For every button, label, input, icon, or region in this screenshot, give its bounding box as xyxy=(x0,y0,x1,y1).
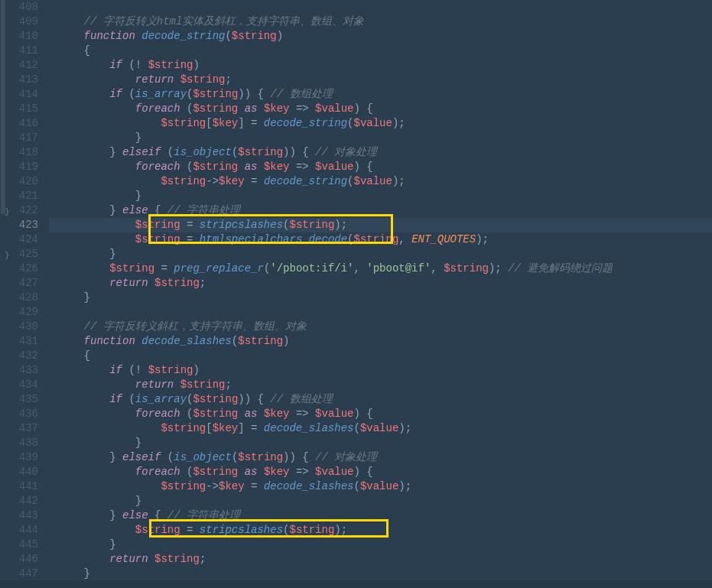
code-line[interactable]: { xyxy=(58,44,712,58)
code-line[interactable]: if (! $string) xyxy=(58,58,712,73)
code-line[interactable]: if (! $string) xyxy=(58,363,712,378)
code-line[interactable]: } xyxy=(58,436,712,450)
line-number[interactable]: 417 xyxy=(6,131,38,145)
code-line[interactable]: $string[$key] = decode_string($value); xyxy=(58,116,712,131)
code-line[interactable]: } elseif (is_object($string)) { // 对象处理 xyxy=(58,450,712,465)
line-number[interactable]: 415 xyxy=(6,102,38,116)
code-line[interactable]: $string[$key] = decode_slashes($value); xyxy=(58,421,712,436)
line-number[interactable]: 432 xyxy=(6,349,38,363)
line-number[interactable]: 437 xyxy=(6,421,38,436)
line-number[interactable]: 444 xyxy=(6,523,38,538)
code-line[interactable]: } elseif (is_object($string)) { // 对象处理 xyxy=(58,145,712,160)
line-number[interactable]: 435 xyxy=(6,392,38,407)
code-line[interactable]: foreach ($string as $key => $value) { xyxy=(58,102,712,116)
line-number[interactable]: 428 xyxy=(6,291,38,305)
code-token: $value xyxy=(315,408,353,420)
code-token: $string xyxy=(161,117,206,129)
code-line[interactable]: foreach ($string as $key => $value) { xyxy=(58,407,712,421)
code-line[interactable]: function decode_string($string) xyxy=(58,29,712,44)
code-line[interactable]: if (is_array($string)) { // 数组处理 xyxy=(58,87,712,102)
code-token: $key xyxy=(219,175,245,187)
code-token: // 字符反转义斜杠，支持字符串、数组、对象 xyxy=(84,320,307,333)
line-number[interactable]: 436 xyxy=(6,407,38,421)
code-token: (! xyxy=(122,364,148,376)
line-number[interactable]: 433 xyxy=(6,363,38,378)
code-line[interactable]: $string->$key = decode_slashes($value); xyxy=(58,479,712,494)
line-number[interactable]: 427 xyxy=(6,276,38,291)
line-number-gutter[interactable]: 4084094104114124134144154164174184194204… xyxy=(6,0,49,588)
line-number[interactable]: 418 xyxy=(6,145,38,160)
code-token: } xyxy=(58,248,116,260)
line-number[interactable]: 441 xyxy=(6,479,38,494)
code-token: ); xyxy=(398,480,411,492)
code-line[interactable]: return $string; xyxy=(58,378,712,392)
code-token: ; xyxy=(200,553,206,565)
code-token xyxy=(58,102,135,115)
code-token: } xyxy=(58,132,141,144)
line-number[interactable]: 447 xyxy=(6,567,38,581)
code-editor[interactable]: 4084094104114124134144154164174184194204… xyxy=(0,0,712,588)
code-line[interactable]: } else { // 字符串处理 xyxy=(58,203,712,218)
code-line[interactable]: $string = stripcslashes($string); xyxy=(49,218,712,232)
code-line[interactable]: } xyxy=(58,291,712,305)
code-line[interactable]: } xyxy=(58,567,712,581)
code-area[interactable]: // 字符反转义html实体及斜杠，支持字符串、数组、对象 function d… xyxy=(49,0,712,588)
code-line[interactable]: } xyxy=(58,189,712,203)
code-line[interactable]: } xyxy=(58,494,712,508)
code-line[interactable]: return $string; xyxy=(58,552,712,567)
code-line[interactable]: foreach ($string as $key => $value) { xyxy=(58,465,712,479)
code-token: // 字符反转义html实体及斜杠，支持字符串、数组、对象 xyxy=(84,15,365,28)
line-number[interactable]: 431 xyxy=(6,334,38,349)
line-number[interactable]: 443 xyxy=(6,508,38,523)
code-line[interactable]: if (is_array($string)) { // 数组处理 xyxy=(58,392,712,407)
line-number[interactable]: 445 xyxy=(6,538,38,552)
line-number[interactable]: 422} xyxy=(6,203,38,218)
code-line[interactable]: foreach ($string as $key => $value) { xyxy=(58,160,712,174)
code-line[interactable]: return $string; xyxy=(58,73,712,87)
line-number[interactable]: 434 xyxy=(6,378,38,392)
line-number[interactable]: 419 xyxy=(6,160,38,174)
code-line[interactable]: { xyxy=(58,349,712,363)
line-number[interactable]: 430 xyxy=(6,320,38,334)
line-number[interactable]: 440 xyxy=(6,465,38,479)
code-line[interactable] xyxy=(58,305,712,320)
code-token: $key xyxy=(213,422,239,434)
line-number[interactable]: 439 xyxy=(6,450,38,465)
code-line[interactable]: return $string; xyxy=(58,276,712,291)
code-line[interactable]: $string = preg_replace_r('/pboot:if/i', … xyxy=(58,262,712,276)
line-number[interactable]: 438 xyxy=(6,436,38,450)
line-number[interactable]: 425} xyxy=(6,247,38,262)
code-line[interactable]: // 字符反转义斜杠，支持字符串、数组、对象 xyxy=(58,320,712,334)
code-token: $string xyxy=(154,553,200,565)
code-token: $key xyxy=(264,466,290,478)
line-number[interactable]: 408 xyxy=(6,0,38,15)
line-number[interactable]: 421 xyxy=(6,189,38,203)
line-number[interactable]: 420 xyxy=(6,174,38,189)
line-number[interactable]: 412 xyxy=(6,58,38,73)
code-line[interactable]: $string = stripcslashes($string); xyxy=(58,523,712,538)
code-line[interactable]: function decode_slashes($string) xyxy=(58,334,712,349)
code-line[interactable]: $string->$key = decode_string($value); xyxy=(58,174,712,189)
line-number[interactable]: 414 xyxy=(6,87,38,102)
line-number[interactable]: 423 xyxy=(6,218,38,232)
code-line[interactable]: } xyxy=(58,131,712,145)
line-number[interactable]: 424 xyxy=(6,232,38,247)
line-number[interactable]: 429 xyxy=(6,305,38,320)
line-number[interactable]: 409 xyxy=(6,15,38,29)
scrollbar-thumb[interactable] xyxy=(1,0,5,214)
line-number[interactable]: 413 xyxy=(6,73,38,87)
line-number[interactable]: 410 xyxy=(6,29,38,44)
code-line[interactable]: } else { // 字符串处理 xyxy=(58,508,712,523)
line-number[interactable]: 416 xyxy=(6,116,38,131)
code-line[interactable] xyxy=(58,0,712,15)
vertical-scrollbar[interactable] xyxy=(0,0,6,588)
code-line[interactable]: } xyxy=(58,538,712,552)
code-line[interactable]: // 字符反转义html实体及斜杠，支持字符串、数组、对象 xyxy=(58,15,712,29)
line-number[interactable]: 426 xyxy=(6,262,38,276)
code-token: -> xyxy=(206,480,219,492)
code-line[interactable]: } xyxy=(58,247,712,262)
code-line[interactable]: $string = htmlspecialchars_decode($strin… xyxy=(58,232,712,247)
line-number[interactable]: 411 xyxy=(6,44,38,58)
line-number[interactable]: 446 xyxy=(6,552,38,567)
line-number[interactable]: 442 xyxy=(6,494,38,508)
